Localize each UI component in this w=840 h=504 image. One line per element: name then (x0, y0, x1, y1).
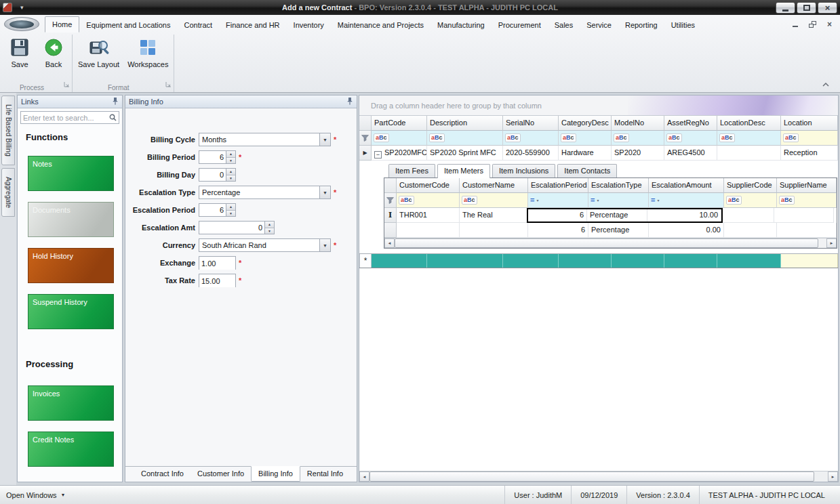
filter-cell-serialno[interactable]: aBc (503, 131, 559, 146)
quick-access-caret-icon[interactable]: ▾ (20, 5, 24, 11)
cell-location[interactable]: Reception (781, 146, 838, 161)
tab-item-fees[interactable]: Item Fees (388, 164, 435, 177)
spin-down-icon[interactable]: ▼ (226, 175, 235, 182)
cell-locationdesc[interactable] (717, 146, 781, 161)
documents-button[interactable]: Documents (28, 202, 114, 237)
new-cell-serialno[interactable] (503, 254, 559, 268)
collapse-detail-icon[interactable]: − (374, 151, 382, 159)
filter-type-button[interactable]: aBc (399, 196, 414, 205)
spin-up-icon[interactable]: ▲ (226, 169, 235, 175)
invoices-button[interactable]: Invoices (28, 385, 114, 421)
filter-type-button[interactable]: aBc (462, 196, 477, 205)
scroll-left-button[interactable]: ◄ (384, 238, 395, 248)
tab-customer-info[interactable]: Customer Info (191, 467, 251, 482)
column-header-suppliername[interactable]: SupplierName (777, 178, 837, 193)
cell-categorydesc[interactable]: Hardware (559, 146, 612, 161)
cell-suppliercode[interactable] (724, 223, 777, 238)
cell-escalationtype[interactable]: Percentage (588, 223, 649, 238)
filter-cell-locationdesc[interactable]: aBc (717, 131, 781, 146)
grid-horizontal-scrollbar[interactable]: ◄ ► (359, 471, 838, 482)
table-row[interactable]: ▶ −SP2020MFC SP2020 Sprint MFC 2020-5599… (359, 146, 838, 161)
scrollbar-thumb[interactable] (369, 471, 814, 482)
dialog-launcher-icon[interactable] (64, 78, 69, 90)
column-header-assetregno[interactable]: AssetRegNo (664, 116, 717, 131)
group-by-strip[interactable]: Drag a column header here to group by th… (359, 96, 838, 116)
escalation-amt-input[interactable] (199, 222, 264, 234)
scroll-right-button[interactable]: ► (826, 238, 837, 248)
billing-period-stepper[interactable]: ▲▼ (199, 150, 236, 164)
currency-select[interactable]: South African Rand ▼ (199, 238, 331, 252)
spin-down-icon[interactable]: ▼ (265, 228, 274, 234)
tab-item-meters[interactable]: Item Meters (437, 164, 490, 178)
filter-cell-description[interactable]: aBc (427, 131, 503, 146)
ribbon-tab-home[interactable]: Home (45, 16, 79, 33)
side-tab-life-based-billing[interactable]: Life Based Billing (1, 96, 15, 165)
scroll-right-button[interactable]: ► (828, 471, 838, 482)
escalation-amt-stepper[interactable]: ▲▼ (199, 221, 275, 234)
filter-type-button[interactable]: aBc (374, 133, 389, 142)
search-input[interactable] (23, 114, 109, 122)
column-header-escalationtype[interactable]: EscalationType (588, 178, 649, 193)
dialog-launcher-icon[interactable] (165, 78, 171, 90)
ribbon-tab-sales[interactable]: Sales (548, 18, 580, 33)
new-master-row[interactable]: * (359, 253, 838, 268)
cell-suppliername[interactable] (777, 223, 837, 238)
new-cell-categorydesc[interactable] (559, 254, 612, 268)
cell-description[interactable]: SP2020 Sprint MFC (427, 146, 503, 161)
hold-history-button[interactable]: Hold History (28, 248, 114, 283)
column-header-locationdesc[interactable]: LocationDesc (717, 116, 781, 131)
chevron-down-icon[interactable]: ▼ (319, 186, 330, 198)
escalation-period-stepper[interactable]: ▲▼ (199, 203, 236, 217)
cell-escalationamount[interactable]: 10.00 (647, 209, 721, 222)
column-header-serialno[interactable]: SerialNo (503, 116, 559, 131)
scroll-left-button[interactable]: ◄ (359, 471, 369, 482)
exchange-input[interactable] (199, 257, 235, 270)
cell-assetregno[interactable]: AREG4500 (664, 146, 717, 161)
ribbon-tab-inventory[interactable]: Inventory (287, 18, 331, 33)
new-cell-partcode[interactable] (372, 254, 427, 268)
ribbon-tab-maintenance-and-projects[interactable]: Maintenance and Projects (331, 18, 431, 33)
tab-billing-info[interactable]: Billing Info (251, 466, 300, 482)
column-header-suppliercode[interactable]: SupplierCode (724, 178, 777, 193)
cell-customercode[interactable] (397, 223, 460, 238)
application-menu-button[interactable] (4, 17, 39, 31)
new-cell-assetregno[interactable] (664, 254, 717, 268)
table-row[interactable]: I THR001 The Real 6 Percentage 10.00 (384, 208, 837, 223)
spin-down-icon[interactable]: ▼ (226, 211, 235, 217)
tab-contract-info[interactable]: Contract Info (134, 467, 191, 482)
filter-type-button[interactable]: aBc (719, 133, 735, 142)
tab-rental-info[interactable]: Rental Info (300, 467, 350, 482)
billing-day-stepper[interactable]: ▲▼ (199, 168, 236, 182)
filter-cell-partcode[interactable]: aBc (372, 131, 427, 146)
app-icon[interactable] (3, 3, 12, 12)
save-button[interactable]: Save (4, 35, 35, 70)
new-cell-modelno[interactable] (612, 254, 664, 268)
cell-escalationtype[interactable]: Percentage (587, 209, 647, 222)
new-item-row[interactable]: 6 Percentage 0.00 (384, 223, 837, 238)
column-header-description[interactable]: Description (427, 116, 503, 131)
filter-cell-location[interactable]: aBc (781, 131, 838, 146)
cell-partcode[interactable]: −SP2020MFC (372, 146, 427, 161)
cell-customercode[interactable]: THR001 (397, 208, 460, 223)
cell-modelno[interactable]: SP2020 (612, 146, 664, 161)
filter-type-button[interactable]: aBc (783, 133, 799, 142)
column-header-location[interactable]: Location (781, 116, 838, 131)
cell-suppliercode[interactable] (721, 208, 774, 223)
filter-type-button[interactable]: aBc (561, 133, 576, 142)
filter-type-button[interactable]: =▾ (591, 196, 599, 204)
filter-type-button[interactable]: =▾ (530, 196, 538, 204)
maximize-button[interactable] (797, 2, 816, 14)
ribbon-tab-contract[interactable]: Contract (178, 18, 220, 33)
ribbon-tab-service[interactable]: Service (580, 18, 618, 33)
spin-up-icon[interactable]: ▲ (265, 222, 274, 228)
cell-serialno[interactable]: 2020-559900 (503, 146, 559, 161)
filter-cell-suppliername[interactable]: aBc (777, 193, 837, 208)
filter-cell-modelno[interactable]: aBc (612, 131, 664, 146)
scrollbar-thumb[interactable] (395, 238, 818, 248)
cell-customername[interactable] (460, 223, 528, 238)
filter-type-button[interactable]: aBc (666, 133, 682, 142)
ribbon-tab-manufacturing[interactable]: Manufacturing (431, 18, 492, 33)
row-indicator[interactable]: I (384, 208, 397, 223)
pin-icon[interactable] (112, 98, 119, 106)
close-button[interactable]: × (818, 2, 837, 14)
